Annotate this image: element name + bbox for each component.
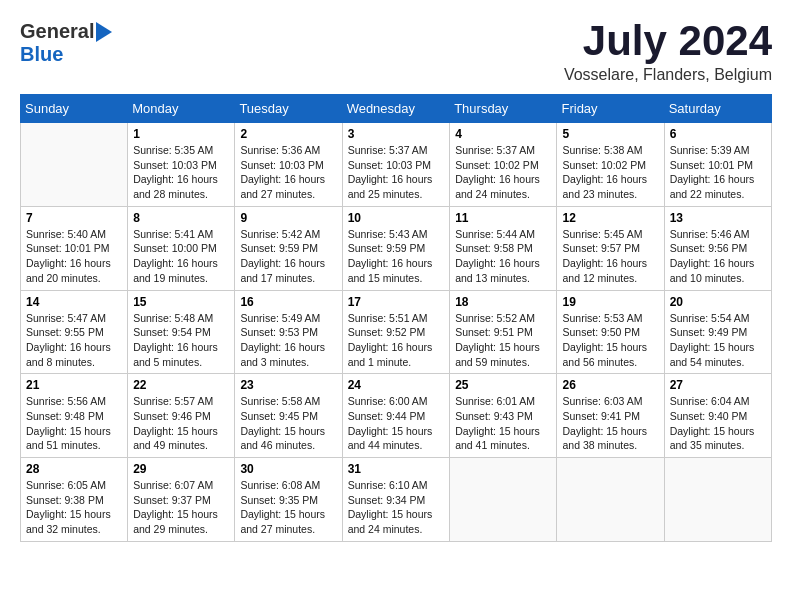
- cell-info: Sunrise: 6:10 AM Sunset: 9:34 PM Dayligh…: [348, 478, 445, 537]
- cell-info: Sunrise: 5:48 AM Sunset: 9:54 PM Dayligh…: [133, 311, 229, 370]
- day-number: 25: [455, 378, 551, 392]
- table-row: 3Sunrise: 5:37 AM Sunset: 10:03 PM Dayli…: [342, 123, 450, 207]
- day-number: 5: [562, 127, 658, 141]
- table-row: 9Sunrise: 5:42 AM Sunset: 9:59 PM Daylig…: [235, 206, 342, 290]
- header-thursday: Thursday: [450, 95, 557, 123]
- calendar-week-row: 7Sunrise: 5:40 AM Sunset: 10:01 PM Dayli…: [21, 206, 772, 290]
- cell-info: Sunrise: 6:03 AM Sunset: 9:41 PM Dayligh…: [562, 394, 658, 453]
- day-number: 8: [133, 211, 229, 225]
- day-number: 10: [348, 211, 445, 225]
- page-header: General Blue July 2024 Vosselare, Flande…: [20, 20, 772, 84]
- table-row: 29Sunrise: 6:07 AM Sunset: 9:37 PM Dayli…: [128, 458, 235, 542]
- cell-info: Sunrise: 6:00 AM Sunset: 9:44 PM Dayligh…: [348, 394, 445, 453]
- day-number: 4: [455, 127, 551, 141]
- calendar-week-row: 21Sunrise: 5:56 AM Sunset: 9:48 PM Dayli…: [21, 374, 772, 458]
- table-row: 24Sunrise: 6:00 AM Sunset: 9:44 PM Dayli…: [342, 374, 450, 458]
- cell-info: Sunrise: 5:44 AM Sunset: 9:58 PM Dayligh…: [455, 227, 551, 286]
- table-row: 1Sunrise: 5:35 AM Sunset: 10:03 PM Dayli…: [128, 123, 235, 207]
- table-row: 12Sunrise: 5:45 AM Sunset: 9:57 PM Dayli…: [557, 206, 664, 290]
- table-row: 7Sunrise: 5:40 AM Sunset: 10:01 PM Dayli…: [21, 206, 128, 290]
- day-number: 23: [240, 378, 336, 392]
- table-row: 11Sunrise: 5:44 AM Sunset: 9:58 PM Dayli…: [450, 206, 557, 290]
- header-friday: Friday: [557, 95, 664, 123]
- cell-info: Sunrise: 5:41 AM Sunset: 10:00 PM Daylig…: [133, 227, 229, 286]
- cell-info: Sunrise: 6:04 AM Sunset: 9:40 PM Dayligh…: [670, 394, 766, 453]
- cell-info: Sunrise: 6:05 AM Sunset: 9:38 PM Dayligh…: [26, 478, 122, 537]
- cell-info: Sunrise: 5:46 AM Sunset: 9:56 PM Dayligh…: [670, 227, 766, 286]
- day-number: 21: [26, 378, 122, 392]
- cell-info: Sunrise: 5:54 AM Sunset: 9:49 PM Dayligh…: [670, 311, 766, 370]
- table-row: [21, 123, 128, 207]
- cell-info: Sunrise: 5:45 AM Sunset: 9:57 PM Dayligh…: [562, 227, 658, 286]
- day-number: 12: [562, 211, 658, 225]
- logo-general: General: [20, 20, 94, 43]
- logo: General Blue: [20, 20, 112, 66]
- day-number: 31: [348, 462, 445, 476]
- logo-blue: Blue: [20, 43, 63, 65]
- cell-info: Sunrise: 5:52 AM Sunset: 9:51 PM Dayligh…: [455, 311, 551, 370]
- cell-info: Sunrise: 6:01 AM Sunset: 9:43 PM Dayligh…: [455, 394, 551, 453]
- day-number: 28: [26, 462, 122, 476]
- table-row: 26Sunrise: 6:03 AM Sunset: 9:41 PM Dayli…: [557, 374, 664, 458]
- header-sunday: Sunday: [21, 95, 128, 123]
- cell-info: Sunrise: 6:07 AM Sunset: 9:37 PM Dayligh…: [133, 478, 229, 537]
- cell-info: Sunrise: 5:37 AM Sunset: 10:02 PM Daylig…: [455, 143, 551, 202]
- calendar-week-row: 28Sunrise: 6:05 AM Sunset: 9:38 PM Dayli…: [21, 458, 772, 542]
- cell-info: Sunrise: 6:08 AM Sunset: 9:35 PM Dayligh…: [240, 478, 336, 537]
- table-row: 19Sunrise: 5:53 AM Sunset: 9:50 PM Dayli…: [557, 290, 664, 374]
- cell-info: Sunrise: 5:57 AM Sunset: 9:46 PM Dayligh…: [133, 394, 229, 453]
- day-number: 17: [348, 295, 445, 309]
- calendar-table: Sunday Monday Tuesday Wednesday Thursday…: [20, 94, 772, 542]
- day-number: 15: [133, 295, 229, 309]
- table-row: 31Sunrise: 6:10 AM Sunset: 9:34 PM Dayli…: [342, 458, 450, 542]
- table-row: 14Sunrise: 5:47 AM Sunset: 9:55 PM Dayli…: [21, 290, 128, 374]
- table-row: 30Sunrise: 6:08 AM Sunset: 9:35 PM Dayli…: [235, 458, 342, 542]
- table-row: 21Sunrise: 5:56 AM Sunset: 9:48 PM Dayli…: [21, 374, 128, 458]
- day-number: 24: [348, 378, 445, 392]
- table-row: 5Sunrise: 5:38 AM Sunset: 10:02 PM Dayli…: [557, 123, 664, 207]
- header-wednesday: Wednesday: [342, 95, 450, 123]
- day-number: 2: [240, 127, 336, 141]
- calendar-header-row: Sunday Monday Tuesday Wednesday Thursday…: [21, 95, 772, 123]
- day-number: 20: [670, 295, 766, 309]
- day-number: 27: [670, 378, 766, 392]
- day-number: 26: [562, 378, 658, 392]
- cell-info: Sunrise: 5:38 AM Sunset: 10:02 PM Daylig…: [562, 143, 658, 202]
- table-row: 13Sunrise: 5:46 AM Sunset: 9:56 PM Dayli…: [664, 206, 771, 290]
- cell-info: Sunrise: 5:47 AM Sunset: 9:55 PM Dayligh…: [26, 311, 122, 370]
- day-number: 14: [26, 295, 122, 309]
- table-row: 10Sunrise: 5:43 AM Sunset: 9:59 PM Dayli…: [342, 206, 450, 290]
- location-subtitle: Vosselare, Flanders, Belgium: [564, 66, 772, 84]
- table-row: 25Sunrise: 6:01 AM Sunset: 9:43 PM Dayli…: [450, 374, 557, 458]
- day-number: 6: [670, 127, 766, 141]
- calendar-week-row: 14Sunrise: 5:47 AM Sunset: 9:55 PM Dayli…: [21, 290, 772, 374]
- month-year-title: July 2024: [564, 20, 772, 62]
- day-number: 7: [26, 211, 122, 225]
- header-monday: Monday: [128, 95, 235, 123]
- day-number: 3: [348, 127, 445, 141]
- day-number: 19: [562, 295, 658, 309]
- table-row: 20Sunrise: 5:54 AM Sunset: 9:49 PM Dayli…: [664, 290, 771, 374]
- cell-info: Sunrise: 5:43 AM Sunset: 9:59 PM Dayligh…: [348, 227, 445, 286]
- table-row: [557, 458, 664, 542]
- cell-info: Sunrise: 5:58 AM Sunset: 9:45 PM Dayligh…: [240, 394, 336, 453]
- table-row: 22Sunrise: 5:57 AM Sunset: 9:46 PM Dayli…: [128, 374, 235, 458]
- table-row: 2Sunrise: 5:36 AM Sunset: 10:03 PM Dayli…: [235, 123, 342, 207]
- table-row: 15Sunrise: 5:48 AM Sunset: 9:54 PM Dayli…: [128, 290, 235, 374]
- calendar-week-row: 1Sunrise: 5:35 AM Sunset: 10:03 PM Dayli…: [21, 123, 772, 207]
- day-number: 18: [455, 295, 551, 309]
- cell-info: Sunrise: 5:39 AM Sunset: 10:01 PM Daylig…: [670, 143, 766, 202]
- table-row: 6Sunrise: 5:39 AM Sunset: 10:01 PM Dayli…: [664, 123, 771, 207]
- cell-info: Sunrise: 5:42 AM Sunset: 9:59 PM Dayligh…: [240, 227, 336, 286]
- cell-info: Sunrise: 5:49 AM Sunset: 9:53 PM Dayligh…: [240, 311, 336, 370]
- day-number: 11: [455, 211, 551, 225]
- cell-info: Sunrise: 5:51 AM Sunset: 9:52 PM Dayligh…: [348, 311, 445, 370]
- table-row: 16Sunrise: 5:49 AM Sunset: 9:53 PM Dayli…: [235, 290, 342, 374]
- table-row: 17Sunrise: 5:51 AM Sunset: 9:52 PM Dayli…: [342, 290, 450, 374]
- logo-icon: [96, 22, 112, 42]
- day-number: 13: [670, 211, 766, 225]
- header-saturday: Saturday: [664, 95, 771, 123]
- table-row: 18Sunrise: 5:52 AM Sunset: 9:51 PM Dayli…: [450, 290, 557, 374]
- day-number: 1: [133, 127, 229, 141]
- cell-info: Sunrise: 5:56 AM Sunset: 9:48 PM Dayligh…: [26, 394, 122, 453]
